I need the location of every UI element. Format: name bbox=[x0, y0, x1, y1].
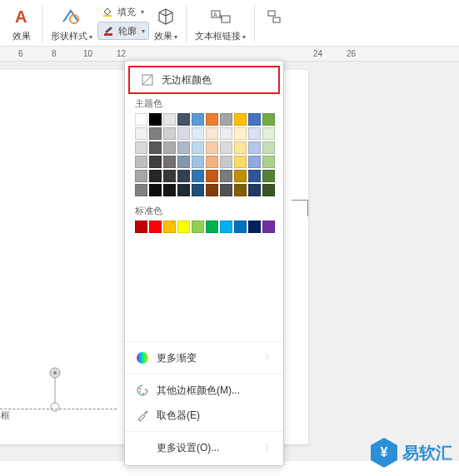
color-swatch[interactable] bbox=[135, 127, 147, 140]
color-swatch[interactable] bbox=[192, 127, 204, 140]
svg-rect-2 bbox=[103, 15, 112, 17]
outline-color-popup: 无边框颜色 主题色 标准色 更多渐变 〉 其他边框颜色(M)... 取色器(E)… bbox=[124, 60, 284, 466]
color-swatch[interactable] bbox=[149, 127, 162, 140]
chevron-down-icon: ▾ bbox=[89, 33, 92, 41]
color-swatch[interactable] bbox=[163, 141, 176, 154]
color-swatch[interactable] bbox=[206, 141, 218, 154]
textbox-edge[interactable] bbox=[0, 409, 117, 409]
more-settings-item[interactable]: 更多设置(O)... 〉 bbox=[125, 435, 283, 460]
shape-effect-button[interactable]: 效果▾ bbox=[151, 3, 181, 44]
color-swatch[interactable] bbox=[248, 113, 261, 126]
color-swatch[interactable] bbox=[234, 113, 247, 126]
palette-icon bbox=[135, 383, 150, 398]
color-swatch[interactable] bbox=[206, 221, 218, 233]
color-swatch[interactable] bbox=[248, 184, 261, 196]
theme-swatch-grid bbox=[125, 112, 283, 201]
color-swatch[interactable] bbox=[248, 127, 261, 140]
color-swatch[interactable] bbox=[192, 113, 204, 126]
color-swatch[interactable] bbox=[220, 141, 232, 154]
color-swatch[interactable] bbox=[135, 156, 147, 168]
color-swatch[interactable] bbox=[149, 113, 162, 126]
color-swatch[interactable] bbox=[163, 113, 176, 126]
chevron-down-icon: ▾ bbox=[174, 33, 177, 41]
color-swatch[interactable] bbox=[220, 156, 232, 168]
color-swatch[interactable] bbox=[177, 221, 190, 233]
gradient-wheel-icon bbox=[135, 350, 150, 365]
color-swatch[interactable] bbox=[163, 156, 176, 168]
color-swatch[interactable] bbox=[192, 184, 204, 196]
color-swatch[interactable] bbox=[248, 170, 261, 182]
color-swatch[interactable] bbox=[163, 184, 176, 196]
color-swatch[interactable] bbox=[262, 184, 275, 196]
other-colors-item[interactable]: 其他边框颜色(M)... bbox=[125, 378, 283, 403]
color-swatch[interactable] bbox=[135, 184, 147, 196]
ribbon-toolbar: A 效果 形状样式▾ 填充▾ 轮廓▾ 效果▾ A 文本框链接▾ bbox=[0, 0, 459, 47]
color-swatch[interactable] bbox=[135, 113, 147, 126]
color-swatch[interactable] bbox=[149, 170, 162, 182]
color-swatch[interactable] bbox=[149, 221, 162, 233]
eyedropper-item[interactable]: 取色器(E) bbox=[125, 403, 283, 428]
color-swatch[interactable] bbox=[234, 156, 247, 168]
anchor-handle[interactable] bbox=[47, 365, 62, 418]
color-swatch[interactable] bbox=[220, 184, 232, 196]
color-swatch[interactable] bbox=[262, 156, 275, 168]
color-swatch[interactable] bbox=[262, 170, 275, 182]
divider bbox=[125, 431, 283, 432]
color-swatch[interactable] bbox=[220, 170, 232, 182]
color-swatch[interactable] bbox=[192, 156, 204, 168]
color-swatch[interactable] bbox=[234, 127, 247, 140]
color-swatch[interactable] bbox=[163, 127, 176, 140]
standard-swatch-grid bbox=[125, 219, 283, 238]
color-swatch[interactable] bbox=[163, 170, 176, 182]
color-swatch[interactable] bbox=[192, 141, 204, 154]
color-swatch[interactable] bbox=[248, 141, 261, 154]
outline-button[interactable]: 轮廓▾ bbox=[97, 22, 149, 40]
color-swatch[interactable] bbox=[135, 221, 147, 233]
text-effect-button[interactable]: A 效果 bbox=[7, 3, 37, 44]
color-swatch[interactable] bbox=[262, 127, 275, 140]
svg-point-16 bbox=[139, 388, 141, 389]
color-swatch[interactable] bbox=[234, 184, 247, 196]
color-swatch[interactable] bbox=[149, 156, 162, 168]
color-swatch[interactable] bbox=[262, 141, 275, 154]
color-swatch[interactable] bbox=[177, 170, 190, 182]
color-swatch[interactable] bbox=[220, 221, 232, 233]
color-swatch[interactable] bbox=[135, 141, 147, 154]
textbox-label: 本框 bbox=[0, 409, 10, 422]
color-swatch[interactable] bbox=[206, 170, 218, 182]
svg-point-10 bbox=[53, 371, 57, 374]
color-swatch[interactable] bbox=[177, 127, 190, 140]
textbox-link-button[interactable]: A 文本框链接▾ bbox=[192, 3, 249, 44]
color-swatch[interactable] bbox=[135, 170, 147, 182]
color-swatch[interactable] bbox=[206, 127, 218, 140]
color-swatch[interactable] bbox=[206, 113, 218, 126]
no-border-color-item[interactable]: 无边框颜色 bbox=[128, 66, 280, 94]
color-swatch[interactable] bbox=[234, 170, 247, 182]
color-swatch[interactable] bbox=[206, 156, 218, 168]
color-swatch[interactable] bbox=[262, 221, 275, 233]
chevron-right-icon: 〉 bbox=[265, 352, 273, 364]
align-button[interactable] bbox=[260, 3, 290, 30]
color-swatch[interactable] bbox=[149, 141, 162, 154]
color-swatch[interactable] bbox=[177, 141, 190, 154]
divider bbox=[125, 341, 283, 342]
shape-style-button[interactable]: 形状样式▾ bbox=[47, 3, 96, 44]
color-swatch[interactable] bbox=[149, 184, 162, 196]
more-gradient-item[interactable]: 更多渐变 〉 bbox=[125, 345, 283, 370]
color-swatch[interactable] bbox=[262, 113, 275, 126]
fill-button[interactable]: 填充▾ bbox=[97, 3, 149, 20]
color-swatch[interactable] bbox=[192, 170, 204, 182]
color-swatch[interactable] bbox=[220, 113, 232, 126]
color-swatch[interactable] bbox=[177, 184, 190, 196]
color-swatch[interactable] bbox=[206, 184, 218, 196]
color-swatch[interactable] bbox=[220, 127, 232, 140]
color-swatch[interactable] bbox=[177, 156, 190, 168]
svg-rect-6 bbox=[222, 16, 230, 22]
color-swatch[interactable] bbox=[177, 113, 190, 126]
color-swatch[interactable] bbox=[234, 141, 247, 154]
color-swatch[interactable] bbox=[248, 221, 261, 233]
color-swatch[interactable] bbox=[234, 221, 247, 233]
color-swatch[interactable] bbox=[192, 221, 204, 233]
color-swatch[interactable] bbox=[248, 156, 261, 168]
color-swatch[interactable] bbox=[163, 221, 176, 233]
